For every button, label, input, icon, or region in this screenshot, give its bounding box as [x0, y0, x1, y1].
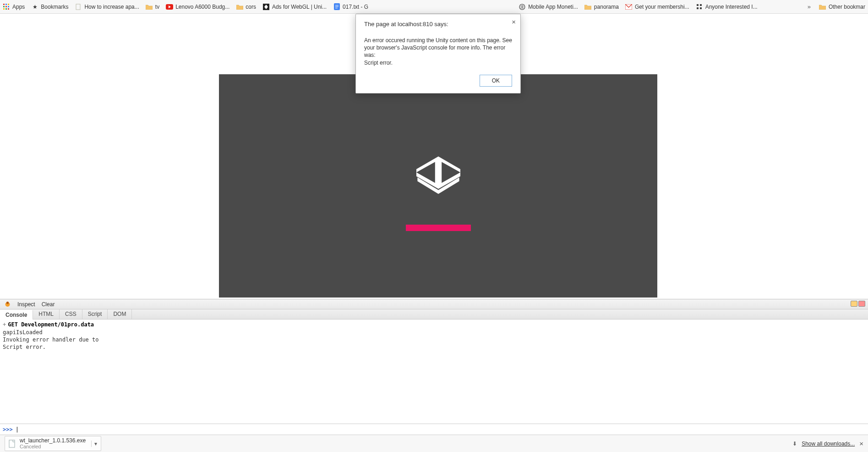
alert-body: An error occured running the Unity conte…: [364, 37, 512, 66]
svg-rect-19: [700, 4, 702, 6]
unity-player-canvas: [219, 74, 657, 298]
bookmark-link[interactable]: Anyone Interested I...: [696, 3, 758, 11]
console-prompt-icon: >>>: [3, 426, 13, 433]
svg-rect-5: [8, 6, 9, 7]
devtools-inspect-button[interactable]: Inspect: [17, 301, 35, 308]
bookmark-youtube[interactable]: Lenovo A6000 Budg...: [166, 3, 229, 11]
grid-icon: [696, 3, 703, 11]
console-log-line: Invoking error handler due to: [3, 336, 865, 343]
devtools-tabs: Console HTML CSS Script DOM: [0, 309, 868, 320]
alert-close-button[interactable]: ×: [512, 18, 516, 26]
console-text: GET Development/01pro.data: [8, 321, 94, 328]
unity-logo-icon: [411, 153, 466, 210]
bookmark-label: Ads for WebGL | Uni...: [272, 4, 327, 10]
devtools-tab-css[interactable]: CSS: [60, 309, 82, 319]
download-menu-chevron[interactable]: ▾: [91, 441, 97, 447]
svg-rect-24: [9, 440, 15, 447]
svg-rect-3: [3, 6, 5, 7]
devtools-minimize-button[interactable]: [851, 301, 857, 307]
svg-rect-21: [700, 7, 702, 9]
download-text: wt_launcher_1.0.1.536.exe Canceled: [20, 438, 86, 449]
expand-toggle-icon[interactable]: +: [3, 321, 6, 328]
svg-rect-8: [8, 8, 9, 10]
bookmark-other-folder[interactable]: Other bookmar: [819, 3, 865, 11]
svg-rect-23: [6, 302, 9, 304]
svg-rect-20: [697, 7, 699, 9]
svg-rect-18: [697, 4, 699, 6]
bookmark-apps[interactable]: Apps: [3, 3, 25, 11]
download-item[interactable]: wt_launcher_1.0.1.536.exe Canceled ▾: [5, 436, 101, 451]
svg-rect-2: [8, 4, 9, 5]
svg-rect-13: [335, 5, 338, 6]
javascript-alert-dialog: × The page at localhost:810 says: An err…: [355, 14, 521, 94]
svg-rect-14: [335, 6, 338, 7]
bookmark-link[interactable]: Mobile App Moneti...: [519, 3, 578, 11]
devtools-tab-script[interactable]: Script: [82, 309, 108, 319]
svg-rect-15: [335, 8, 338, 8]
youtube-icon: [166, 3, 173, 11]
page-icon: [75, 3, 82, 11]
show-all-downloads-link[interactable]: Show all downloads...: [802, 441, 855, 447]
download-filename: wt_launcher_1.0.1.536.exe: [20, 438, 86, 444]
folder-icon: [819, 3, 826, 11]
svg-rect-0: [3, 4, 5, 5]
bookmark-label: tv: [155, 4, 159, 10]
console-log-line: gapiIsLoaded: [3, 329, 865, 336]
devtools-window-controls: [851, 301, 865, 307]
downloads-bar: wt_launcher_1.0.1.536.exe Canceled ▾ ⬇ S…: [0, 435, 868, 452]
bookmark-label: 017.txt - G: [343, 4, 368, 10]
star-icon: ★: [31, 3, 38, 11]
loading-progress-bar: [406, 225, 471, 231]
devtools-tab-console[interactable]: Console: [0, 310, 33, 320]
gdoc-icon: [333, 3, 340, 11]
folder-icon: [146, 3, 153, 11]
svg-rect-7: [5, 8, 7, 10]
bookmark-folder-cors[interactable]: cors: [236, 3, 256, 11]
alert-body-line: An error occured running the Unity conte…: [364, 37, 501, 44]
unity-icon: [262, 3, 270, 11]
svg-rect-9: [76, 4, 80, 10]
svg-rect-6: [3, 8, 5, 10]
bookmark-link[interactable]: How to increase apa...: [75, 3, 139, 11]
devtools-close-button[interactable]: [858, 301, 865, 307]
alert-ok-button[interactable]: OK: [480, 75, 512, 87]
bookmark-gdoc[interactable]: 017.txt - G: [333, 3, 368, 11]
devtools-tab-html[interactable]: HTML: [33, 309, 60, 319]
bookmark-label: Lenovo A6000 Budg...: [175, 4, 229, 10]
bookmark-unity[interactable]: Ads for WebGL | Uni...: [262, 3, 327, 11]
bookmark-label: How to increase apa...: [84, 4, 139, 10]
bookmark-label: cors: [246, 4, 256, 10]
download-status: Canceled: [20, 444, 86, 449]
bookmark-gmail[interactable]: Get your membershi...: [625, 3, 689, 11]
bookmark-folder-panorama[interactable]: panorama: [584, 3, 619, 11]
bookmark-folder-tv[interactable]: tv: [146, 3, 159, 11]
bookmark-label: Apps: [12, 4, 25, 10]
console-input-caret[interactable]: [16, 426, 19, 433]
console-request-line[interactable]: +GET Development/01pro.data: [3, 320, 865, 329]
devtools-console-output[interactable]: +GET Development/01pro.data gapiIsLoaded…: [0, 320, 868, 424]
bookmarks-bar: Apps ★ Bookmarks How to increase apa... …: [0, 0, 868, 14]
bookmark-label: Bookmarks: [41, 4, 68, 10]
devtools-console-input-row[interactable]: >>>: [0, 424, 868, 435]
devtools-clear-button[interactable]: Clear: [42, 301, 55, 308]
bookmarks-overflow-chevron[interactable]: »: [806, 3, 813, 10]
folder-icon: [236, 3, 243, 11]
bookmark-label: Mobile App Moneti...: [528, 4, 578, 10]
gmail-icon: [625, 3, 633, 11]
globe-icon: [519, 3, 526, 11]
close-downloads-bar-button[interactable]: ×: [859, 440, 863, 447]
console-log-line: Script error.: [3, 343, 865, 351]
alert-title: The page at localhost:810 says:: [364, 21, 512, 28]
page-content: × The page at localhost:810 says: An err…: [0, 14, 868, 299]
devtools-tab-dom[interactable]: DOM: [108, 309, 132, 319]
bookmark-bookmarks[interactable]: ★ Bookmarks: [31, 3, 68, 11]
bookmark-label: panorama: [594, 4, 619, 10]
firebug-icon[interactable]: [4, 301, 11, 308]
devtools-panel: Inspect Clear Console HTML CSS Script DO…: [0, 299, 868, 435]
bookmark-label: Anyone Interested I...: [705, 4, 758, 10]
bookmark-label: Get your membershi...: [635, 4, 689, 10]
alert-body-line: Script error.: [364, 60, 393, 66]
svg-rect-4: [5, 6, 7, 7]
apps-grid-icon: [3, 3, 10, 11]
devtools-toolbar: Inspect Clear: [0, 299, 868, 309]
